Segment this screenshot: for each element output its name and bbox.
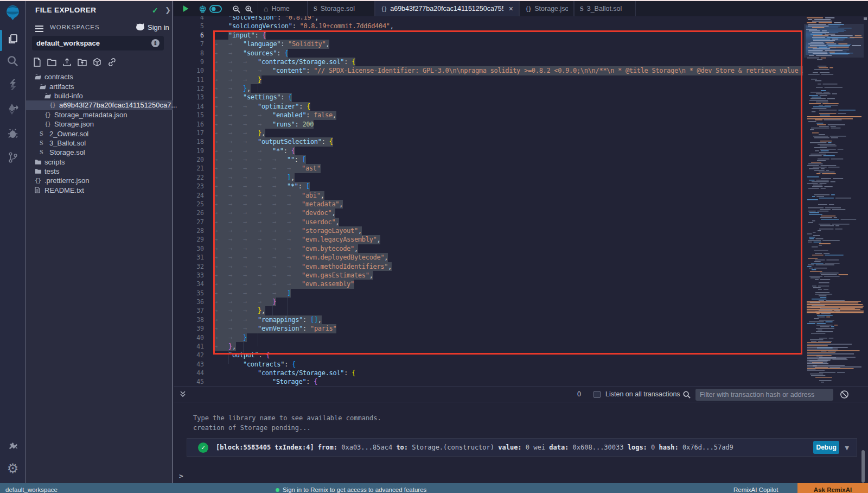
link-icon[interactable] (107, 58, 117, 67)
settings-gear-icon[interactable]: ⚙ (0, 461, 25, 476)
selection-highlight: →→→→"runs": 200 (214, 120, 314, 129)
zoom-in-icon[interactable] (245, 1, 253, 16)
token: "paris" (310, 325, 336, 332)
tree-item-Storage_metadata.json[interactable]: {}Storage_metadata.json (26, 110, 173, 119)
tab-whitespace-arrow: → (258, 218, 272, 226)
listen-checkbox[interactable] (593, 391, 601, 398)
zoom-out-icon[interactable] (232, 1, 240, 16)
tab-whitespace-arrow: → (258, 253, 272, 262)
tree-item-a69b43f277ba20fcac141151250ca7...[interactable]: {}a69b43f277ba20fcac141151250ca7... (26, 100, 173, 110)
terminal-collapse-icon[interactable] (179, 390, 187, 401)
folder-open-icon (44, 93, 54, 99)
minimap[interactable] (804, 16, 864, 388)
publish-ipfs-icon[interactable] (93, 58, 101, 67)
tree-item-tests[interactable]: tests (26, 167, 173, 176)
search-icon[interactable] (0, 55, 25, 67)
statusbar-workspace[interactable]: default_workspace (5, 486, 58, 493)
terminal[interactable]: Type the library name to see available c… (174, 402, 868, 483)
tree-item-artifacts[interactable]: artifacts (26, 81, 173, 91)
statusbar-signin[interactable]: Sign in to Remix to get access to advanc… (276, 486, 426, 493)
transaction-count-badge: 0 (577, 390, 581, 398)
expand-transaction-chevron-icon[interactable]: ▼ (845, 444, 849, 452)
tree-item-2_Owner.sol[interactable]: S2_Owner.sol (26, 129, 173, 138)
terminal-line: creation of Storage pending... (193, 424, 311, 432)
tx-label: to: (396, 444, 408, 451)
tab-3_Ballot.sol[interactable]: S3_Ballot.sol (574, 1, 636, 16)
tab-Storage.sol[interactable]: SStorage.sol (308, 1, 375, 16)
clear-console-icon[interactable] (840, 390, 849, 401)
ai-copilot-toggle[interactable] (209, 1, 222, 16)
token: "devdoc" (302, 209, 331, 217)
remix-ai-robot-icon[interactable] (198, 1, 207, 16)
tree-item-label: scripts (44, 158, 65, 166)
main-area: ⌂HomeSStorage.sol{}a69b43f277ba20fcac141… (174, 1, 868, 483)
line-number: 14 (174, 102, 204, 111)
select-caret-icon: ⇕ (151, 39, 159, 47)
debug-button[interactable]: Debug (813, 441, 839, 454)
chevron-right-icon[interactable]: ❯ (165, 6, 171, 14)
tree-item-scripts[interactable]: scripts (26, 157, 173, 167)
line-number: 10 (174, 66, 204, 75)
token: "userdoc" (302, 218, 335, 226)
sign-in-button[interactable]: Sign in (136, 23, 169, 32)
workspace-select[interactable]: default_workspace ⇕ (32, 36, 164, 50)
terminal-prompt[interactable]: > (179, 472, 183, 480)
token: , (261, 307, 265, 314)
token: { (288, 93, 292, 101)
code-line-29: →→→→→→"evm.legacyAssembly", (214, 235, 803, 244)
ask-remixai-button[interactable]: Ask RemixAI (797, 483, 868, 493)
tree-item-3_Ballot.sol[interactable]: S3_Ballot.sol (26, 138, 173, 148)
tree-item-.prettierrc.json[interactable]: {}.prettierrc.json (26, 176, 173, 185)
code-editor[interactable]: 4"solcVersion": "0.8.19",5"solcLongVersi… (174, 16, 868, 388)
upload-file-icon[interactable] (62, 58, 72, 67)
tab-Home[interactable]: ⌂Home (258, 1, 308, 16)
debugger-icon[interactable] (0, 127, 25, 140)
code-line-45: "Storage": { (214, 377, 803, 386)
workspaces-menu-icon[interactable] (35, 24, 43, 34)
tab-whitespace-arrow: → (243, 208, 258, 217)
solidity-compiler-icon[interactable] (0, 78, 25, 91)
overview-ruler-thumb[interactable] (864, 17, 867, 20)
terminal-search-icon[interactable] (682, 390, 691, 401)
tab-whitespace-arrow: → (228, 66, 243, 75)
file-explorer-icon[interactable] (0, 33, 25, 46)
transaction-log-row[interactable]: ✓ [block:5583405 txIndex:4] from: 0xa03.… (187, 438, 857, 457)
tree-item-README.txt[interactable]: README.txt (26, 186, 173, 195)
token: [ (306, 182, 310, 190)
selection-highlight: →→}, (214, 84, 251, 93)
run-script-icon[interactable] (182, 1, 189, 16)
line-number: 8 (174, 49, 204, 58)
selection-highlight: →→→"evmVersion": "paris" (214, 324, 336, 333)
close-tab-icon[interactable]: × (509, 4, 513, 13)
tab-whitespace-arrow: → (214, 271, 228, 280)
upload-folder-icon[interactable] (78, 58, 87, 67)
code-line-21: →→→→→→"ast" (214, 164, 803, 173)
minimap-slider[interactable] (804, 24, 864, 58)
token: { (314, 378, 317, 385)
terminal-scrollbar[interactable] (861, 450, 865, 483)
git-icon[interactable] (0, 151, 25, 164)
tab-whitespace-arrow: → (214, 40, 228, 48)
tab-whitespace-arrow: → (243, 58, 258, 66)
remix-logo-icon[interactable] (0, 4, 25, 22)
transaction-filter-input[interactable] (695, 389, 833, 401)
new-folder-icon[interactable] (47, 58, 56, 67)
tree-item-Storage.sol[interactable]: SStorage.sol (26, 148, 173, 157)
line-number: 27 (174, 218, 204, 226)
tab-whitespace-arrow: → (258, 173, 272, 182)
new-file-icon[interactable] (33, 58, 41, 67)
token: "" (287, 156, 295, 163)
tab-a69b43f277ba20fcac141151250ca755.json[interactable]: {}a69b43f277ba20fcac141151250ca755.json× (375, 1, 519, 16)
deploy-run-icon[interactable] (0, 103, 25, 116)
listen-label[interactable]: Listen on all transactions (605, 390, 680, 398)
plugin-manager-icon[interactable] (0, 441, 25, 453)
tree-item-build-info[interactable]: build-info (26, 91, 173, 100)
tab-whitespace-arrow: → (258, 271, 272, 280)
token: } (228, 343, 232, 350)
tree-item-Storage.json[interactable]: {}Storage.json (26, 119, 173, 129)
line-number: 34 (174, 280, 204, 288)
selection-highlight: →→→→→→"devdoc", (214, 208, 335, 217)
tree-item-contracts[interactable]: contracts (26, 72, 173, 81)
tab-label: Storage.json (534, 5, 568, 12)
tab-Storage.json[interactable]: {}Storage.json (519, 1, 574, 16)
